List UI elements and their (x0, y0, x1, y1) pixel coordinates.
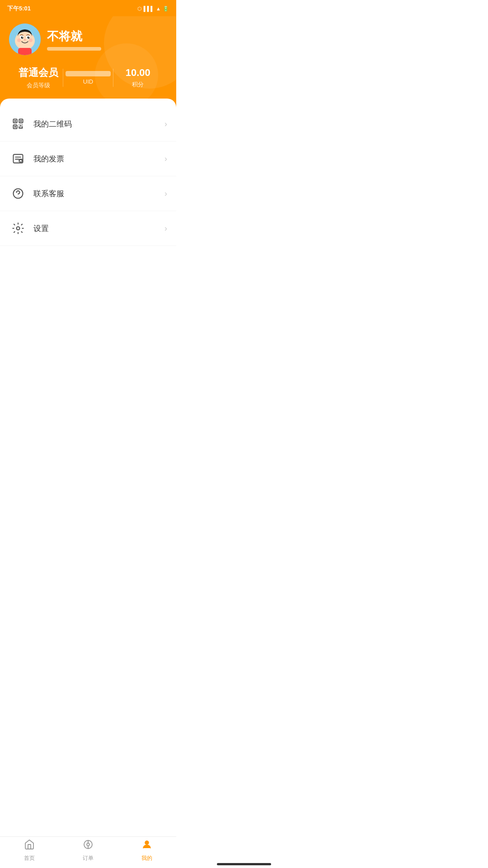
member-level-value: 普通会员 (19, 66, 58, 80)
svg-point-11 (29, 38, 33, 42)
svg-rect-12 (18, 48, 32, 55)
svg-point-7 (22, 37, 23, 38)
menu-item-settings[interactable]: 设置 › (0, 211, 176, 246)
bluetooth-icon: ⬡ (137, 6, 142, 12)
support-icon-wrap (9, 184, 27, 203)
qrcode-icon (12, 118, 24, 130)
status-time: 下午5:01 (7, 5, 31, 13)
menu-settings-label: 设置 (33, 223, 164, 234)
invoice-icon (12, 152, 24, 165)
points-stat: 10.00 积分 (113, 67, 163, 89)
menu-item-support[interactable]: 联系客服 › (0, 176, 176, 211)
points-label: 积分 (132, 80, 144, 89)
menu-item-qrcode[interactable]: 我的二维码 › (0, 107, 176, 142)
svg-point-5 (21, 37, 23, 39)
menu-settings-arrow: › (164, 224, 167, 233)
menu-support-label: 联系客服 (33, 189, 164, 199)
profile-info: 不将就 (47, 28, 101, 51)
username: 不将就 (47, 28, 101, 44)
menu-qrcode-arrow: › (164, 119, 167, 129)
uid-label: UID (83, 78, 93, 85)
menu-item-invoice[interactable]: 我的发票 › (0, 142, 176, 176)
support-icon (12, 187, 24, 200)
menu-list: 我的二维码 › 我的发票 › (0, 103, 176, 250)
wifi-icon: ▲ (156, 6, 161, 11)
svg-point-31 (18, 196, 18, 196)
menu-support-arrow: › (164, 189, 167, 198)
svg-point-6 (28, 37, 30, 39)
menu-invoice-label: 我的发票 (33, 154, 164, 164)
status-bar: 下午5:01 ⬡ ▌▌▌ ▲ 🔋 (0, 0, 176, 16)
settings-icon (12, 222, 24, 235)
content-area: 我的二维码 › 我的发票 › (0, 99, 176, 286)
member-level-label: 会员等级 (27, 81, 50, 90)
menu-qrcode-label: 我的二维码 (33, 119, 164, 129)
svg-point-10 (17, 38, 21, 42)
settings-icon-wrap (9, 219, 27, 237)
avatar[interactable] (9, 24, 41, 55)
svg-point-32 (17, 227, 20, 230)
svg-rect-18 (14, 126, 16, 128)
username-bar (47, 47, 101, 51)
svg-point-8 (28, 37, 29, 38)
uid-bar (66, 71, 111, 76)
profile-header: 不将就 普通会员 会员等级 UID 10.00 积分 (0, 16, 176, 108)
battery-icon: 🔋 (163, 6, 169, 12)
menu-invoice-arrow: › (164, 154, 167, 164)
status-icons: ⬡ ▌▌▌ ▲ 🔋 (137, 6, 169, 12)
svg-rect-16 (14, 120, 16, 122)
profile-row: 不将就 (9, 24, 167, 55)
main-content: 我的二维码 › 我的发票 › (0, 103, 176, 286)
invoice-icon-wrap (9, 150, 27, 168)
points-value: 10.00 (126, 67, 150, 79)
member-level-stat: 普通会员 会员等级 (14, 66, 63, 90)
svg-point-9 (24, 39, 26, 41)
stats-row: 普通会员 会员等级 UID 10.00 积分 (9, 66, 167, 90)
signal-icon: ▌▌▌ (144, 6, 154, 11)
uid-stat: UID (63, 71, 113, 85)
svg-rect-17 (20, 120, 22, 122)
qrcode-icon-wrap (9, 115, 27, 133)
stat-divider-2 (113, 69, 113, 87)
svg-point-30 (14, 189, 23, 198)
